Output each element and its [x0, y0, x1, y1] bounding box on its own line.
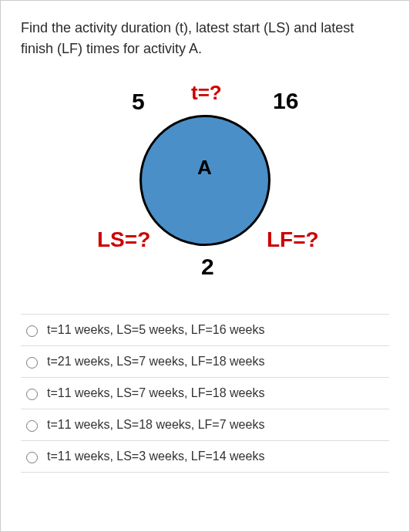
- option-2[interactable]: t=21 weeks, LS=7 weeks, LF=18 weeks: [21, 345, 389, 377]
- answer-options: t=11 weeks, LS=5 weeks, LF=16 weeks t=21…: [21, 314, 389, 473]
- option-4-label: t=11 weeks, LS=18 weeks, LF=7 weeks: [47, 418, 264, 432]
- early-start-value: 5: [132, 89, 145, 115]
- activity-diagram: A t=? 5 16 LS=? LF=? 2: [66, 75, 344, 283]
- option-1[interactable]: t=11 weeks, LS=5 weeks, LF=16 weeks: [21, 314, 389, 345]
- option-3-radio[interactable]: [26, 389, 38, 400]
- option-5[interactable]: t=11 weeks, LS=3 weeks, LF=14 weeks: [21, 440, 389, 473]
- option-2-label: t=21 weeks, LS=7 weeks, LF=18 weeks: [47, 355, 264, 369]
- option-2-radio[interactable]: [26, 357, 38, 369]
- question-container: Find the activity duration (t), latest s…: [0, 0, 410, 532]
- activity-node-circle: [139, 115, 271, 246]
- early-finish-value: 16: [273, 88, 298, 114]
- late-finish-label: LF=?: [267, 227, 319, 252]
- duration-label: t=?: [191, 81, 222, 105]
- float-value: 2: [201, 254, 214, 280]
- option-4[interactable]: t=11 weeks, LS=18 weeks, LF=7 weeks: [21, 409, 389, 440]
- option-4-radio[interactable]: [26, 420, 38, 432]
- late-start-label: LS=?: [97, 227, 150, 252]
- question-text: Find the activity duration (t), latest s…: [21, 18, 389, 59]
- option-1-label: t=11 weeks, LS=5 weeks, LF=16 weeks: [47, 323, 264, 337]
- option-1-radio[interactable]: [26, 325, 38, 337]
- node-label: A: [197, 156, 212, 180]
- option-3[interactable]: t=11 weeks, LS=7 weeks, LF=18 weeks: [21, 377, 389, 409]
- option-3-label: t=11 weeks, LS=7 weeks, LF=18 weeks: [47, 386, 264, 400]
- option-5-label: t=11 weeks, LS=3 weeks, LF=14 weeks: [47, 450, 264, 463]
- option-5-radio[interactable]: [26, 452, 38, 463]
